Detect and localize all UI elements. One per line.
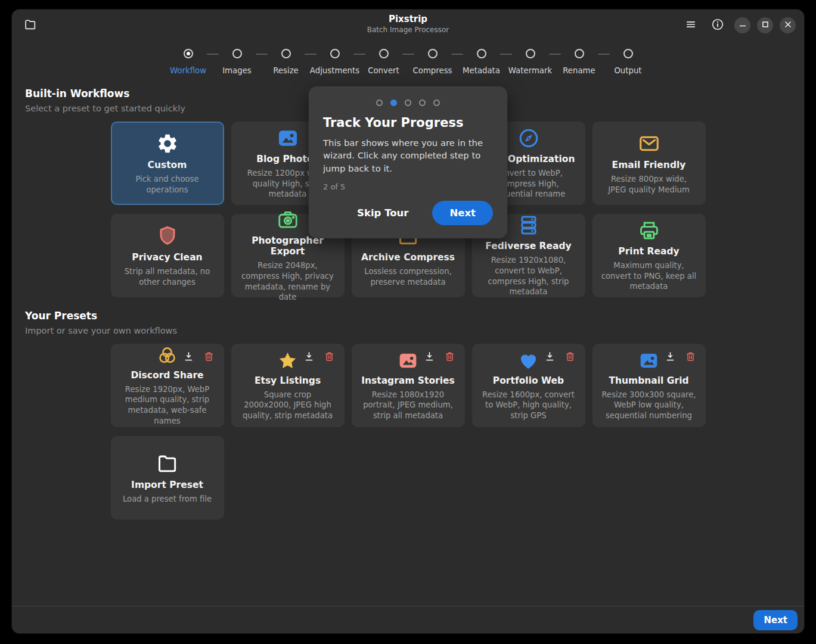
image-icon — [638, 350, 659, 371]
preset-card-thumbnail-grid[interactable]: Thumbnail GridResize 300x300 square, Web… — [592, 344, 706, 427]
step-resize[interactable]: Resize — [268, 49, 305, 75]
export-preset-button[interactable] — [544, 351, 556, 362]
step-radio-icon — [623, 49, 633, 58]
step-label: Watermark — [508, 66, 552, 75]
step-watermark[interactable]: Watermark — [512, 49, 549, 75]
window-controls — [681, 15, 796, 35]
about-button[interactable] — [708, 15, 728, 35]
card-description: Resize 1920px, WebP medium quality, stri… — [120, 384, 215, 426]
card-description: Pick and choose operations — [120, 174, 215, 195]
step-connector — [598, 54, 610, 55]
step-radio-icon — [526, 49, 535, 58]
step-images[interactable]: Images — [219, 49, 256, 75]
export-preset-button[interactable] — [424, 351, 435, 362]
step-label: Compress — [412, 66, 452, 75]
folder-icon — [156, 452, 179, 475]
tour-dot-active — [390, 99, 397, 106]
workflow-card-print-ready[interactable]: Print ReadyMaximum quality, convert to P… — [592, 214, 706, 297]
delete-preset-button[interactable] — [564, 351, 576, 362]
card-description: Resize 1080x1920 portrait, JPEG medium, … — [361, 390, 456, 421]
folder-icon — [24, 18, 37, 33]
step-label: Metadata — [463, 66, 500, 75]
export-preset-button[interactable] — [303, 351, 315, 362]
step-connector — [305, 54, 317, 55]
step-metadata[interactable]: Metadata — [463, 49, 500, 75]
server-icon — [517, 214, 540, 237]
delete-preset-button[interactable] — [685, 351, 696, 362]
image-icon — [277, 127, 299, 150]
workflow-card-custom[interactable]: CustomPick and choose operations — [111, 122, 224, 205]
wizard-footer: Next — [12, 606, 804, 633]
hamburger-icon — [685, 18, 697, 32]
export-icon — [544, 351, 556, 362]
export-preset-button[interactable] — [665, 351, 676, 362]
trash-icon — [685, 351, 696, 362]
delete-preset-button[interactable] — [203, 351, 215, 362]
tour-step-counter: 2 of 5 — [323, 182, 493, 191]
step-radio-icon — [477, 49, 486, 58]
step-radio-icon — [575, 49, 584, 58]
preset-card-discord-share[interactable]: Discord ShareResize 1920px, WebP medium … — [111, 344, 224, 427]
compass-icon — [517, 127, 540, 150]
card-title: Print Ready — [618, 246, 679, 257]
workflow-card-email-friendly[interactable]: Email FriendlyResize 800px wide, JPEG qu… — [592, 122, 706, 205]
tour-next-button[interactable]: Next — [432, 201, 493, 225]
step-radio-icon — [330, 49, 340, 58]
delete-preset-button[interactable] — [324, 351, 335, 362]
delete-preset-button[interactable] — [444, 351, 455, 362]
export-icon — [183, 351, 194, 362]
export-icon — [303, 351, 315, 362]
gear-icon — [156, 132, 179, 155]
step-compress[interactable]: Compress — [414, 49, 451, 75]
step-connector — [451, 54, 463, 55]
tour-popup-body: This bar shows where you are in the wiza… — [323, 136, 493, 175]
wizard-next-button[interactable]: Next — [753, 610, 798, 630]
step-output[interactable]: Output — [610, 49, 647, 75]
trash-icon — [324, 351, 335, 362]
card-description: Resize 1600px, convert to WebP, high qua… — [481, 390, 576, 421]
step-connector — [353, 54, 365, 55]
card-title: Instagram Stories — [361, 375, 455, 386]
info-icon — [711, 18, 724, 33]
step-adjustments[interactable]: Adjustments — [317, 49, 353, 75]
step-radio-icon — [281, 49, 291, 58]
card-description: Resize 2048px, compress High, privacy me… — [240, 260, 336, 302]
workflow-card-privacy-clean[interactable]: Privacy CleanStrip all metadata, no othe… — [111, 214, 224, 297]
preset-card-portfolio-web[interactable]: Portfolio WebResize 1600px, convert to W… — [472, 344, 585, 427]
step-label: Images — [222, 66, 252, 75]
close-button[interactable] — [780, 17, 796, 33]
step-convert[interactable]: Convert — [365, 49, 402, 75]
card-title: Privacy Clean — [132, 252, 202, 263]
skip-tour-button[interactable]: Skip Tour — [357, 207, 408, 219]
step-workflow[interactable]: Workflow — [170, 49, 207, 75]
user-presets-grid: Discord ShareResize 1920px, WebP medium … — [25, 344, 791, 519]
menu-button[interactable] — [681, 15, 701, 35]
trash-icon — [564, 351, 576, 362]
maximize-button[interactable] — [757, 17, 773, 33]
preset-actions — [665, 351, 696, 362]
card-description: Resize 1920x1080, convert to WebP, compr… — [481, 255, 576, 297]
tour-dot — [433, 99, 440, 106]
preset-card-instagram-stories[interactable]: Instagram StoriesResize 1080x1920 portra… — [352, 344, 465, 427]
step-label: Convert — [368, 66, 399, 75]
card-title: Email Friendly — [612, 160, 686, 170]
wizard-stepper: WorkflowImagesResizeAdjustmentsConvertCo… — [12, 49, 804, 75]
card-description: Square crop 2000x2000, JPEG high quality… — [240, 390, 336, 421]
export-preset-button[interactable] — [183, 351, 194, 362]
camera-icon — [277, 209, 299, 231]
preset-actions — [544, 351, 576, 362]
preset-actions — [183, 351, 215, 362]
step-radio-icon — [428, 49, 438, 58]
card-description: Maximum quality, convert to PNG, keep al… — [601, 260, 697, 292]
minimize-button[interactable] — [734, 17, 750, 33]
maximize-icon — [762, 21, 769, 30]
tour-progress-dots — [323, 99, 493, 106]
desktop-background: Pixstrip Batch Image Processor — [0, 0, 816, 644]
open-files-button[interactable] — [20, 15, 41, 35]
card-title: Etsy Listings — [255, 375, 321, 386]
step-rename[interactable]: Rename — [561, 49, 598, 75]
heart-icon — [518, 350, 539, 371]
preset-actions — [303, 351, 335, 362]
import-card-import-preset[interactable]: Import PresetLoad a preset from file — [111, 436, 224, 519]
preset-card-etsy-listings[interactable]: Etsy ListingsSquare crop 2000x2000, JPEG… — [231, 344, 345, 427]
